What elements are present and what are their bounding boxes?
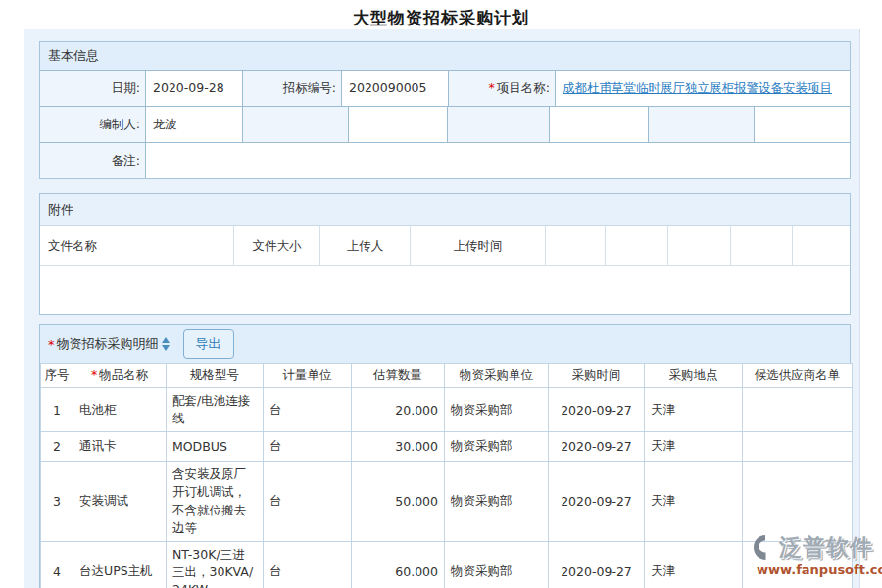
vendor-watermark: 泛普软件 www.fanpusoft.com: [753, 534, 882, 576]
sort-up-icon[interactable]: [162, 337, 170, 343]
sort-down-icon[interactable]: [162, 345, 170, 351]
cell-time: 2020-09-27: [549, 388, 645, 432]
cell-qty: 20.000: [352, 388, 445, 432]
cell-unit: 台: [264, 541, 352, 588]
date-label: 日期:: [40, 71, 146, 106]
cell-dept: 物资采购部: [445, 388, 549, 432]
col-spec-model: 规格型号: [167, 364, 264, 388]
remark-label: 备注:: [40, 143, 146, 178]
table-row: 3 安装调试 含安装及原厂开订机调试，不含就位搬去边等 台 50.000 物资采…: [41, 462, 853, 542]
col-file-name: 文件名称: [40, 226, 234, 265]
cell-qty: 60.000: [352, 541, 445, 588]
col-purchase-time: 采购时间: [549, 364, 645, 388]
col-purchase-place: 采购地点: [645, 364, 743, 388]
vendor-url: www.fanpusoft.com: [757, 564, 882, 576]
col-item-name: *物品名称: [74, 364, 167, 388]
col-seq: 序号: [41, 364, 74, 388]
empty-label-cell: [243, 107, 349, 142]
cell-seq: 4: [41, 541, 74, 588]
cell-spec: 配套/电池连接线: [167, 388, 264, 432]
basic-info-row-2: 编制人: 龙波: [40, 106, 850, 142]
attachments-empty-list: [40, 265, 850, 314]
project-name-label: *项目名称:: [449, 71, 556, 106]
cell-item-name: 台达UPS主机: [74, 541, 167, 588]
cell-time: 2020-09-27: [549, 432, 645, 462]
cell-suppliers: [743, 388, 853, 432]
col-purchase-dept: 物资采购单位: [445, 364, 549, 388]
required-asterisk: *: [91, 368, 97, 382]
details-title: 物资招标采购明细: [57, 335, 159, 353]
project-name-link[interactable]: 成都杜甫草堂临时展厅独立展柜报警设备安装项目: [563, 80, 832, 95]
empty-label-cell: [649, 107, 755, 142]
col-empty: [546, 226, 606, 265]
col-upload-time: 上传时间: [411, 226, 546, 265]
cell-spec: 含安装及原厂开订机调试，不含就位搬去边等: [167, 462, 264, 542]
required-asterisk: *: [48, 337, 55, 352]
sort-spinner[interactable]: [162, 337, 170, 351]
col-estimated-qty: 估算数量: [352, 364, 445, 388]
col-file-size: 文件大小: [234, 226, 320, 265]
creator-value: 龙波: [146, 107, 243, 142]
content-panel: 基本信息 日期: 2020-09-28 招标编号: 2020090005 *项目…: [24, 29, 860, 588]
table-row: 2 通讯卡 MODBUS 台 30.000 物资采购部 2020-09-27 天…: [41, 432, 853, 462]
page-header: 大型物资招标采购计划: [0, 0, 882, 29]
cell-qty: 50.000: [352, 462, 445, 542]
empty-value-cell: [349, 107, 448, 142]
cell-spec: NT-30K/三进三出，30KVA/24KW: [167, 541, 264, 588]
date-value: 2020-09-28: [146, 71, 243, 106]
vendor-brand-text: 泛普软件: [779, 536, 873, 559]
cell-dept: 物资采购部: [445, 462, 549, 542]
details-table: 序号 *物品名称 规格型号 计量单位 估算数量 物资采购单位 采购时间 采购地点…: [40, 363, 853, 588]
col-empty: [793, 226, 850, 265]
attachments-column-headers: 文件名称 文件大小 上传人 上传时间: [40, 225, 850, 265]
cell-seq: 3: [41, 462, 74, 542]
col-empty: [731, 226, 793, 265]
basic-info-section: 基本信息 日期: 2020-09-28 招标编号: 2020090005 *项目…: [39, 41, 851, 179]
empty-label-cell: [448, 107, 550, 142]
project-name-label-text: 项目名称:: [497, 80, 550, 95]
creator-label: 编制人:: [40, 107, 146, 142]
table-row: 1 电池柜 配套/电池连接线 台 20.000 物资采购部 2020-09-27…: [41, 388, 853, 432]
details-section: * 物资招标采购明细 导出 序号 *物品名称 规格型号 计量单位 估算数量: [39, 324, 851, 588]
details-header-row: 序号 *物品名称 规格型号 计量单位 估算数量 物资采购单位 采购时间 采购地点…: [41, 364, 853, 388]
cell-place: 天津: [645, 432, 743, 462]
col-empty: [606, 226, 668, 265]
col-item-name-text: 物品名称: [99, 368, 148, 382]
cell-time: 2020-09-27: [549, 541, 645, 588]
project-name-cell: 成都杜甫草堂临时展厅独立展柜报警设备安装项目: [556, 71, 850, 106]
cell-suppliers: [743, 432, 853, 462]
bid-no-label: 招标编号:: [243, 71, 342, 106]
cell-suppliers: [743, 462, 853, 542]
details-toolbar: * 物资招标采购明细 导出: [40, 325, 850, 363]
export-button[interactable]: 导出: [183, 329, 234, 359]
cell-dept: 物资采购部: [445, 541, 549, 588]
attachments-section: 附件 文件名称 文件大小 上传人 上传时间: [39, 193, 851, 315]
cell-item-name: 安装调试: [74, 462, 167, 542]
cell-spec: MODBUS: [167, 432, 264, 462]
basic-info-row-1: 日期: 2020-09-28 招标编号: 2020090005 *项目名称: 成…: [40, 70, 850, 106]
col-candidate-suppliers: 候选供应商名单: [743, 364, 853, 388]
basic-info-row-3: 备注:: [40, 142, 850, 178]
cell-qty: 30.000: [352, 432, 445, 462]
basic-info-header: 基本信息: [40, 42, 850, 70]
page-title: 大型物资招标采购计划: [0, 0, 882, 29]
attachments-header: 附件: [40, 194, 850, 225]
cell-unit: 台: [264, 388, 352, 432]
cell-unit: 台: [264, 432, 352, 462]
remark-value: [146, 143, 850, 178]
table-row: 4 台达UPS主机 NT-30K/三进三出，30KVA/24KW 台 60.00…: [41, 541, 853, 588]
cell-item-name: 电池柜: [74, 388, 167, 432]
col-empty: [668, 226, 731, 265]
empty-value-cell: [755, 107, 850, 142]
empty-value-cell: [550, 107, 649, 142]
col-unit: 计量单位: [264, 364, 352, 388]
cell-item-name: 通讯卡: [74, 432, 167, 462]
cell-place: 天津: [645, 541, 743, 588]
col-uploader: 上传人: [320, 226, 411, 265]
cell-place: 天津: [645, 388, 743, 432]
cell-place: 天津: [645, 462, 743, 542]
vendor-brand-row: 泛普软件: [753, 534, 882, 561]
cell-seq: 2: [41, 432, 74, 462]
required-asterisk: *: [489, 80, 495, 95]
cell-seq: 1: [41, 388, 74, 432]
